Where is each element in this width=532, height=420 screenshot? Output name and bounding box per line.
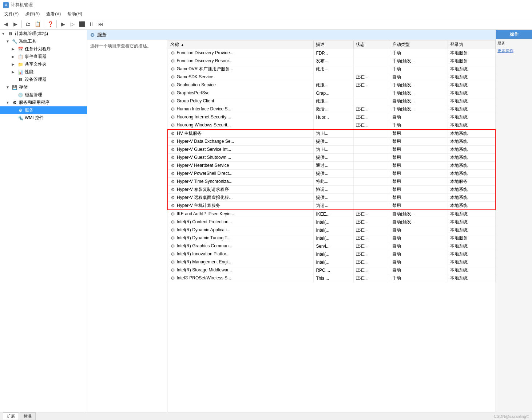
menu-action[interactable]: 操作(A)	[22, 10, 43, 18]
sidebar-item-performance[interactable]: ▶ 📊 性能	[0, 68, 87, 76]
table-row[interactable]: ⚙Huorong Internet Security ...Huor...正在.…	[168, 113, 495, 121]
service-name-cell: ⚙Huorong Windows Securit...	[168, 121, 314, 130]
table-row[interactable]: ⚙Human Interface Device S...激活...正在...手动…	[168, 105, 495, 113]
tab-expand[interactable]: 扩展	[3, 412, 19, 420]
right-panel-section1[interactable]: 服务	[496, 39, 532, 47]
service-name-cell: ⚙Huorong Internet Security ...	[168, 113, 314, 121]
properties-button[interactable]: 📋	[33, 20, 42, 28]
tab-standard[interactable]: 标准	[20, 412, 36, 420]
sidebar-item-event-viewer[interactable]: ▶ 📋 事件查看器	[0, 53, 87, 60]
forward-button[interactable]: ▶	[11, 20, 20, 28]
right-panel-more[interactable]: 更多操作	[496, 47, 532, 54]
table-row[interactable]: ⚙Hyper-V PowerShell Direct...提供...禁用本地系统	[168, 170, 495, 178]
table-row[interactable]: ⚙Intel(R) Content Protection...Intel(...…	[168, 218, 495, 226]
service-startup: 自动(触发...	[390, 210, 448, 218]
sidebar-item-shared-folders[interactable]: ▶ 📁 共享文件夹	[0, 60, 87, 68]
gear-icon: ⚙	[170, 187, 175, 192]
sidebar-item-disk-management[interactable]: ▶ 💿 磁盘管理	[0, 91, 87, 99]
table-row[interactable]: ⚙Hyper-V Guest Service Int...为 H...禁用本地系…	[168, 146, 495, 154]
col-status[interactable]: 状态	[354, 40, 390, 49]
toolbar-play2[interactable]: ▷	[68, 20, 77, 28]
sidebar-item-system-tools[interactable]: ▼ 🔧 系统工具	[0, 38, 87, 45]
table-row[interactable]: ⚙Hyper-V 卷影复制请求程序协调...禁用本地系统	[168, 186, 495, 194]
performance-label: 性能	[25, 69, 33, 75]
table-row[interactable]: ⚙Hyper-V Guest Shutdown ...提供...禁用本地系统	[168, 154, 495, 162]
table-row[interactable]: ⚙Intel(R) Dynamic Tuning T...Intel(...正在…	[168, 234, 495, 242]
gear-icon: ⚙	[170, 67, 175, 72]
service-login: 本地系统	[448, 89, 495, 97]
table-row[interactable]: ⚙HV 主机服务为 H...禁用本地系统	[168, 129, 495, 138]
sidebar-item-device-manager[interactable]: ▶ 🖥 设备管理器	[0, 76, 87, 83]
service-login: 本地系统	[448, 121, 495, 130]
gear-icon: ⚙	[170, 99, 175, 104]
expand-arrow-perf: ▶	[12, 70, 16, 74]
table-row[interactable]: ⚙GraphicsPerfSvcGrap...手动(触发...本地系统	[168, 89, 495, 97]
service-status	[354, 170, 390, 178]
table-row[interactable]: ⚙Hyper-V Time Synchroniza...将此...禁用本地服务	[168, 178, 495, 186]
col-login[interactable]: 登录为	[448, 40, 495, 49]
service-status	[354, 129, 390, 138]
sidebar-item-storage[interactable]: ▼ 💾 存储	[0, 83, 87, 91]
service-name: Hyper-V Guest Service Int...	[177, 147, 231, 152]
table-row[interactable]: ⚙Hyper-V 主机计算服务为运...禁用本地系统	[168, 202, 495, 210]
gear-icon: ⚙	[170, 212, 175, 217]
service-status	[354, 162, 390, 170]
table-row[interactable]: ⚙Huorong Windows Securit...正在...手动本地系统	[168, 121, 495, 130]
col-desc[interactable]: 描述	[314, 40, 354, 49]
table-row[interactable]: ⚙Intel(R) Graphics Comman...Servi...正在..…	[168, 242, 495, 250]
service-status: 正在...	[354, 105, 390, 113]
toolbar-pause[interactable]: ⏸	[87, 20, 96, 28]
table-row[interactable]: ⚙Intel(R) Dynamic Applicati...Intel(...正…	[168, 226, 495, 234]
service-desc: 此服...	[314, 97, 354, 105]
table-row[interactable]: ⚙Group Policy Client此服...自动(触发...本地系统	[168, 97, 495, 105]
table-row[interactable]: ⚙Function Discovery Resour...发布...手动(触发.…	[168, 57, 495, 65]
service-login: 本地系统	[448, 250, 495, 258]
help-button[interactable]: ❓	[46, 20, 55, 28]
sidebar-item-task-scheduler[interactable]: ▶ 📅 任务计划程序	[0, 45, 87, 53]
table-row[interactable]: ⚙Intel(R) Storage Middlewar...RPC ...正在.…	[168, 266, 495, 274]
gear-icon: ⚙	[170, 163, 175, 168]
table-row[interactable]: ⚙Intel(R) Management Engi...Intel(...正在.…	[168, 258, 495, 266]
menu-file[interactable]: 文件(F)	[1, 10, 21, 18]
table-row[interactable]: ⚙GameDVR 和广播用户服务...此用...手动本地系统	[168, 65, 495, 73]
show-hide-button[interactable]: 🗂	[24, 20, 32, 28]
table-row[interactable]: ⚙Intel® PROSet/Wireless S...This ...正在..…	[168, 274, 495, 282]
col-name[interactable]: 名称 ▲	[168, 40, 314, 49]
table-row[interactable]: ⚙Hyper-V Heartbeat Service通过...禁用本地系统	[168, 162, 495, 170]
service-name: Huorong Internet Security ...	[177, 114, 231, 119]
service-status	[354, 57, 390, 65]
menu-help[interactable]: 帮助(H)	[64, 10, 85, 18]
menu-view[interactable]: 查看(V)	[43, 10, 64, 18]
service-name: Hyper-V Heartbeat Service	[177, 163, 229, 168]
toolbar-play1[interactable]: ▶	[59, 20, 67, 28]
toolbar-skip[interactable]: ⏭	[96, 20, 105, 28]
table-row[interactable]: ⚙IKE and AuthIP IPsec Keyin...IKEE...正在.…	[168, 210, 495, 218]
toolbar: ◀ ▶ 🗂 📋 ❓ ▶ ▷ ⬛ ⏸ ⏭	[0, 18, 532, 30]
table-row[interactable]: ⚙Function Discovery Provide...FDP...手动本地…	[168, 49, 495, 57]
col-startup[interactable]: 启动类型	[390, 40, 448, 49]
service-desc: 提供...	[314, 154, 354, 162]
sidebar-item-wmi[interactable]: ▶ 🔩 WMI 控件	[0, 114, 87, 122]
gear-icon: ⚙	[170, 195, 175, 200]
service-status: 正在...	[354, 113, 390, 121]
service-desc: Intel(...	[314, 234, 354, 242]
service-name: Hyper-V PowerShell Direct...	[177, 171, 233, 176]
table-row[interactable]: ⚙Geolocation Service此服...正在...手动(触发...本地…	[168, 81, 495, 89]
table-row[interactable]: ⚙Intel(R) Innovation Platfor...Intel(...…	[168, 250, 495, 258]
sidebar-item-root[interactable]: ▼ 🖥 计算机管理(本地)	[0, 30, 87, 38]
services-label: 服务	[25, 107, 33, 113]
sidebar-item-services[interactable]: ▶ ⚙ 服务	[0, 106, 87, 114]
toolbar-stop[interactable]: ⬛	[78, 20, 86, 28]
back-button[interactable]: ◀	[1, 20, 10, 28]
service-name-cell: ⚙IKE and AuthIP IPsec Keyin...	[168, 210, 314, 218]
wmi-icon: 🔩	[17, 115, 23, 121]
sidebar-item-services-apps[interactable]: ▼ ⚙ 服务和应用程序	[0, 99, 87, 106]
service-name-cell: ⚙Intel(R) Storage Middlewar...	[168, 266, 314, 274]
services-table-container[interactable]: 名称 ▲ 描述 状态 启动类型 登录为 ⚙Function Discovery …	[167, 40, 496, 412]
service-name: HV 主机服务	[177, 131, 202, 136]
table-row[interactable]: ⚙Hyper-V 远程桌面虚拟化服...提供...禁用本地系统	[168, 194, 495, 202]
table-row[interactable]: ⚙Hyper-V Data Exchange Se...提供...禁用本地系统	[168, 138, 495, 146]
service-desc: 发布...	[314, 57, 354, 65]
table-row[interactable]: ⚙GameSDK Service正在...自动本地系统	[168, 73, 495, 81]
service-status: 正在...	[354, 250, 390, 258]
